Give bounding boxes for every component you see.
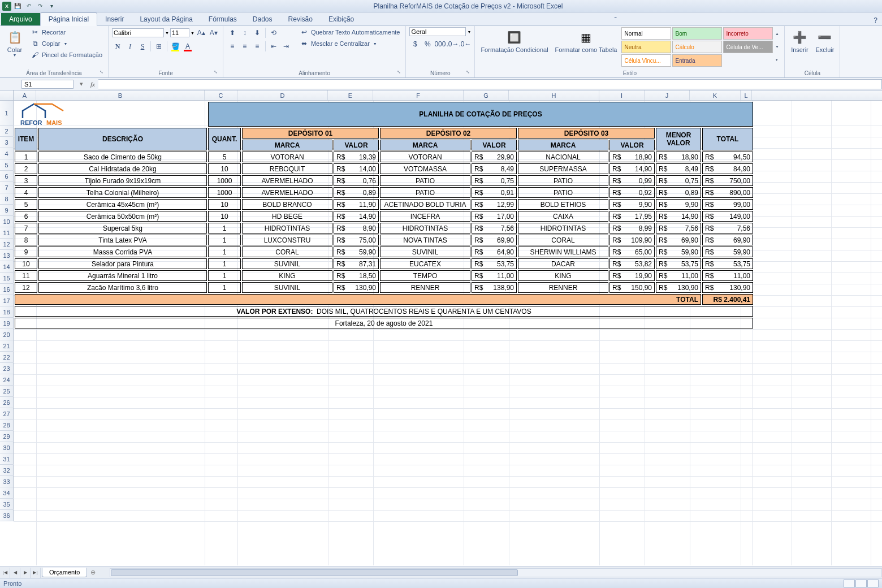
- column-header[interactable]: F: [373, 90, 464, 100]
- style-celula-ver[interactable]: Célula de Ve...: [723, 41, 773, 53]
- style-normal[interactable]: Normal: [621, 27, 671, 40]
- paste-button[interactable]: 📋 Colar ▼: [3, 27, 26, 58]
- cells-area[interactable]: REFOR MAIS PLANILHA DE COTAÇÃO DE PREÇOS…: [14, 101, 882, 565]
- row-header[interactable]: 2: [0, 126, 14, 137]
- horizontal-scrollbar[interactable]: [110, 568, 882, 577]
- name-box-dropdown-icon[interactable]: ▾: [76, 79, 87, 89]
- increase-indent-icon[interactable]: ⇥: [280, 41, 292, 52]
- fill-color-button[interactable]: 🪣: [170, 41, 181, 52]
- spreadsheet-grid[interactable]: ABCDEFGHIJKL 123456789101112131415161718…: [0, 90, 882, 565]
- orientation-icon[interactable]: ⟲: [268, 27, 279, 38]
- row-header[interactable]: 20: [0, 329, 14, 340]
- row-header[interactable]: 14: [0, 261, 14, 273]
- ribbon-minimize-icon[interactable]: ˇ: [610, 15, 621, 25]
- style-bom[interactable]: Bom: [672, 27, 722, 40]
- row-header[interactable]: 23: [0, 363, 14, 374]
- dialog-launcher-icon[interactable]: ⤡: [98, 70, 105, 76]
- dialog-launcher-icon[interactable]: ⤡: [464, 70, 471, 76]
- dialog-launcher-icon[interactable]: ⤡: [213, 70, 219, 76]
- underline-button[interactable]: S: [137, 41, 148, 52]
- tab-layout[interactable]: Layout da Página: [132, 13, 200, 25]
- row-header[interactable]: 16: [0, 284, 14, 295]
- dialog-launcher-icon[interactable]: ⤡: [395, 70, 402, 76]
- row-header[interactable]: 33: [0, 476, 14, 487]
- conditional-formatting-button[interactable]: 🔲 Formatação Condicional: [478, 27, 550, 54]
- select-all-corner[interactable]: [0, 90, 14, 100]
- help-icon[interactable]: ?: [869, 15, 882, 25]
- normal-view-icon[interactable]: [844, 580, 855, 587]
- row-header[interactable]: 18: [0, 306, 14, 318]
- tab-data[interactable]: Dados: [245, 13, 280, 25]
- first-sheet-icon[interactable]: |◀: [0, 568, 10, 578]
- row-header[interactable]: 19: [0, 318, 14, 329]
- chevron-down-icon[interactable]: ▼: [467, 30, 471, 34]
- copy-button[interactable]: ⧉Copiar▼: [28, 38, 105, 49]
- row-header[interactable]: 21: [0, 340, 14, 352]
- column-header[interactable]: E: [328, 90, 373, 100]
- increase-decimal-icon[interactable]: .0→: [447, 38, 458, 50]
- decrease-font-icon[interactable]: A▾: [208, 27, 219, 38]
- row-header[interactable]: 15: [0, 273, 14, 284]
- row-header[interactable]: 25: [0, 386, 14, 397]
- last-sheet-icon[interactable]: ▶|: [31, 568, 41, 578]
- currency-icon[interactable]: $: [409, 38, 421, 50]
- page-layout-view-icon[interactable]: [855, 580, 867, 587]
- format-as-table-button[interactable]: ▦ Formatar como Tabela: [553, 27, 620, 54]
- percent-icon[interactable]: %: [422, 38, 433, 50]
- style-vinculada[interactable]: Célula Vincu...: [621, 54, 671, 67]
- align-center-icon[interactable]: ≡: [239, 41, 250, 52]
- qat-dropdown-icon[interactable]: ▾: [46, 1, 57, 11]
- file-tab[interactable]: Arquivo: [1, 13, 40, 25]
- tab-formulas[interactable]: Fórmulas: [201, 13, 245, 25]
- insert-cells-button[interactable]: ➕ Inserir: [788, 27, 811, 54]
- row-header[interactable]: 8: [0, 193, 14, 205]
- decrease-decimal-icon[interactable]: .0←: [459, 38, 470, 50]
- thousands-icon[interactable]: 000: [434, 38, 446, 50]
- chevron-down-icon[interactable]: ▼: [773, 45, 781, 49]
- formula-input[interactable]: [98, 79, 882, 89]
- row-header[interactable]: 4: [0, 148, 14, 159]
- row-header[interactable]: 29: [0, 431, 14, 442]
- style-neutra[interactable]: Neutra: [621, 41, 671, 53]
- style-entrada[interactable]: Entrada: [672, 54, 722, 67]
- row-header[interactable]: 27: [0, 408, 14, 420]
- chevron-down-icon[interactable]: ▼: [191, 31, 194, 35]
- italic-button[interactable]: I: [124, 41, 136, 52]
- next-sheet-icon[interactable]: ▶: [20, 568, 31, 578]
- column-header[interactable]: J: [645, 90, 690, 100]
- column-header[interactable]: A: [14, 90, 36, 100]
- row-header[interactable]: 22: [0, 352, 14, 363]
- style-incorreto[interactable]: Incorreto: [723, 27, 773, 40]
- row-header[interactable]: 9: [0, 205, 14, 216]
- row-header[interactable]: 1: [0, 101, 14, 126]
- row-header[interactable]: 10: [0, 216, 14, 227]
- row-header[interactable]: 34: [0, 487, 14, 499]
- row-header[interactable]: 26: [0, 397, 14, 408]
- page-break-view-icon[interactable]: [867, 580, 879, 587]
- format-painter-button[interactable]: 🖌Pincel de Formatação: [28, 50, 105, 60]
- row-header[interactable]: 12: [0, 239, 14, 250]
- row-header[interactable]: 31: [0, 453, 14, 465]
- column-header[interactable]: K: [690, 90, 741, 100]
- tab-home[interactable]: Página Inicial: [40, 12, 97, 26]
- bold-button[interactable]: N: [112, 41, 123, 52]
- wrap-text-button[interactable]: ↩Quebrar Texto Automaticamente: [297, 27, 403, 37]
- column-header[interactable]: B: [36, 90, 205, 100]
- row-header[interactable]: 3: [0, 137, 14, 148]
- border-button[interactable]: ⊞: [153, 41, 165, 52]
- font-size-select[interactable]: [170, 28, 189, 37]
- decrease-indent-icon[interactable]: ⇤: [268, 41, 279, 52]
- tab-insert[interactable]: Inserir: [97, 13, 132, 25]
- row-header[interactable]: 30: [0, 442, 14, 453]
- tab-view[interactable]: Exibição: [321, 13, 362, 25]
- number-format-select[interactable]: [409, 27, 466, 36]
- align-middle-icon[interactable]: ↕: [239, 27, 250, 38]
- align-top-icon[interactable]: ⬆: [227, 27, 238, 38]
- prev-sheet-icon[interactable]: ◀: [10, 568, 20, 578]
- undo-icon[interactable]: ↶: [24, 1, 34, 11]
- delete-cells-button[interactable]: ➖ Excluir: [813, 27, 836, 54]
- chevron-up-icon[interactable]: ▲: [773, 32, 781, 36]
- align-left-icon[interactable]: ≡: [227, 41, 238, 52]
- sheet-tab-active[interactable]: Orçamento: [42, 568, 87, 577]
- fx-icon[interactable]: fx: [87, 79, 98, 89]
